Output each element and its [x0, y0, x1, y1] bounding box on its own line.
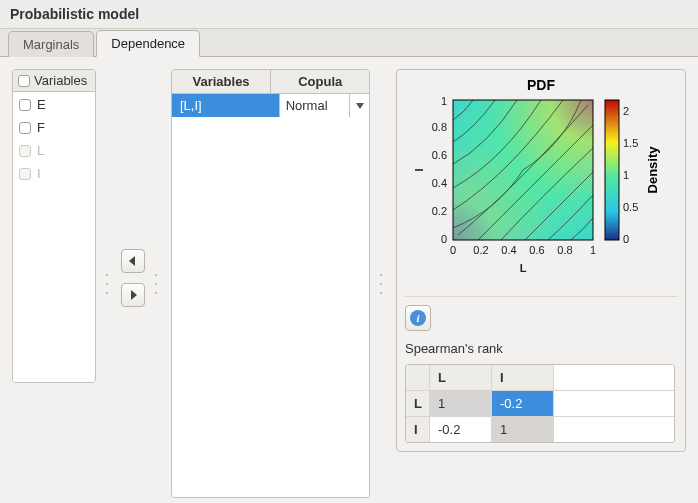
window-title: Probabilistic model — [0, 0, 698, 29]
splitter-grip[interactable] — [380, 274, 386, 294]
tab-dependence[interactable]: Dependence — [96, 30, 200, 57]
svg-text:0: 0 — [450, 244, 456, 256]
svg-text:0.2: 0.2 — [432, 205, 447, 217]
x-axis: 00.20.40.60.81 — [450, 244, 596, 256]
variable-item-I: I — [17, 165, 91, 182]
dependence-pane: Variables E F L I — [0, 57, 698, 503]
checkbox-F[interactable] — [19, 122, 31, 134]
pair-cell[interactable]: [L,I] — [172, 94, 279, 117]
copula-table-header: Variables Copula — [172, 70, 369, 94]
copula-label: Normal — [286, 98, 328, 113]
colorbar-label: Density — [645, 146, 660, 194]
chart-title: PDF — [527, 78, 555, 93]
details-panel: PDF — [396, 69, 686, 452]
y-axis: 00.20.40.60.81 — [432, 95, 447, 245]
svg-text:0: 0 — [441, 233, 447, 245]
svg-text:0.6: 0.6 — [432, 149, 447, 161]
copula-row[interactable]: [L,I] Normal — [172, 94, 369, 117]
cell-I-L[interactable]: -0.2 — [430, 417, 492, 442]
svg-text:0.8: 0.8 — [557, 244, 572, 256]
copula-cell[interactable]: Normal — [279, 94, 370, 117]
variable-label: F — [37, 120, 45, 135]
svg-rect-16 — [605, 100, 619, 240]
copula-value[interactable]: Normal — [279, 94, 350, 117]
svg-text:2: 2 — [623, 105, 629, 117]
col-variables[interactable]: Variables — [172, 70, 271, 93]
svg-text:0.4: 0.4 — [501, 244, 516, 256]
colorbar-ticks: 0 0.5 1 1.5 2 — [623, 105, 638, 245]
svg-text:0.5: 0.5 — [623, 201, 638, 213]
cell-L-L[interactable]: 1 — [430, 391, 492, 416]
svg-text:0.4: 0.4 — [432, 177, 447, 189]
svg-text:1.5: 1.5 — [623, 137, 638, 149]
copula-table-body — [172, 117, 369, 497]
variable-label: I — [37, 166, 41, 181]
variable-label: L — [37, 143, 44, 158]
svg-text:1: 1 — [441, 95, 447, 107]
splitter-grip[interactable] — [155, 274, 161, 294]
variable-item-F[interactable]: F — [17, 119, 91, 136]
variable-label: E — [37, 97, 46, 112]
tab-marginals[interactable]: Marginals — [8, 31, 94, 57]
window: Probabilistic model Marginals Dependence… — [0, 0, 698, 503]
variables-header-label: Variables — [34, 73, 87, 88]
cell-L-I[interactable]: -0.2 — [492, 391, 554, 416]
checkbox-L — [19, 145, 31, 157]
triangle-right-icon — [129, 290, 137, 300]
copula-dropdown-button[interactable] — [349, 94, 369, 117]
info-icon: i — [410, 310, 426, 326]
row-header-L[interactable]: L — [406, 391, 430, 416]
select-all-checkbox[interactable] — [18, 75, 30, 87]
move-right-button[interactable] — [121, 283, 145, 307]
x-axis-label: L — [520, 262, 527, 274]
pdf-chart: PDF — [411, 78, 671, 288]
variables-panel: Variables E F L I — [12, 69, 96, 383]
svg-text:0.2: 0.2 — [473, 244, 488, 256]
move-buttons — [121, 249, 145, 307]
copula-table: Variables Copula [L,I] Normal — [171, 69, 370, 498]
corner-cell — [406, 365, 430, 390]
cell-I-I[interactable]: 1 — [492, 417, 554, 442]
info-button[interactable]: i — [405, 305, 431, 331]
variable-item-L: L — [17, 142, 91, 159]
move-left-button[interactable] — [121, 249, 145, 273]
checkbox-I — [19, 168, 31, 180]
svg-text:0.8: 0.8 — [432, 121, 447, 133]
spearman-table: L I L 1 -0.2 I -0.2 1 — [405, 364, 675, 443]
col-header-I[interactable]: I — [492, 365, 554, 390]
variable-item-E[interactable]: E — [17, 96, 91, 113]
y-axis-label: I — [413, 168, 425, 171]
triangle-left-icon — [129, 256, 137, 266]
svg-text:0.6: 0.6 — [529, 244, 544, 256]
svg-text:0: 0 — [623, 233, 629, 245]
spearman-label: Spearman's rank — [405, 341, 677, 356]
col-copula[interactable]: Copula — [271, 70, 369, 93]
triangle-down-icon — [356, 103, 364, 109]
svg-text:1: 1 — [590, 244, 596, 256]
row-header-I[interactable]: I — [406, 417, 430, 442]
checkbox-E[interactable] — [19, 99, 31, 111]
svg-text:1: 1 — [623, 169, 629, 181]
variables-list: E F L I — [13, 92, 95, 382]
pdf-chart-svg: PDF — [411, 78, 671, 288]
tab-bar: Marginals Dependence — [0, 29, 698, 57]
splitter-grip[interactable] — [106, 274, 112, 294]
variables-header[interactable]: Variables — [13, 70, 95, 92]
col-header-L[interactable]: L — [430, 365, 492, 390]
